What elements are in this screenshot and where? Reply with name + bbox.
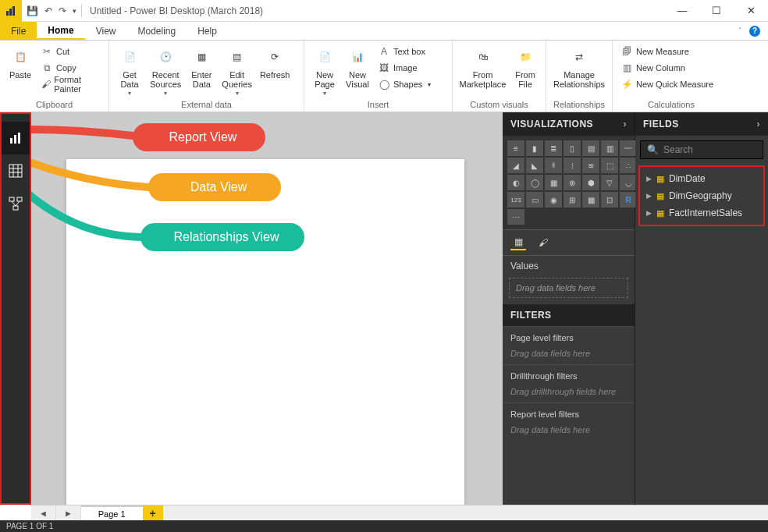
viz-filled-map[interactable]: ⬢ bbox=[582, 175, 599, 190]
undo-icon[interactable]: ↶ bbox=[44, 5, 52, 16]
search-icon: 🔍 bbox=[647, 144, 659, 155]
image-button[interactable]: 🖼Image bbox=[375, 60, 434, 76]
viz-clustered-bar[interactable]: ≣ bbox=[545, 140, 562, 156]
format-painter-button[interactable]: 🖌Format Painter bbox=[37, 76, 104, 92]
viz-multi-card[interactable]: ▭ bbox=[526, 192, 543, 207]
page-filters-drop[interactable]: Drag data fields here bbox=[503, 346, 635, 364]
viz-donut[interactable]: ◯ bbox=[526, 175, 543, 190]
table-factinternetsales[interactable]: ▶▦FactInternetSales bbox=[640, 204, 763, 222]
relationships-view-button[interactable] bbox=[2, 187, 30, 220]
new-column-button[interactable]: ▥New Column bbox=[617, 60, 716, 76]
report-canvas[interactable] bbox=[66, 159, 464, 505]
from-marketplace-button[interactable]: 🛍From Marketplace bbox=[457, 44, 508, 90]
table-dimdate[interactable]: ▶▦DimDate bbox=[640, 170, 763, 187]
from-file-button[interactable]: 📁From File bbox=[510, 44, 541, 90]
viz-funnel[interactable]: ▽ bbox=[601, 175, 618, 190]
viz-stacked-bar[interactable]: ≡ bbox=[507, 140, 524, 156]
viz-waterfall[interactable]: ⬚ bbox=[601, 158, 618, 173]
viz-clustered-column[interactable]: ▯ bbox=[564, 140, 581, 156]
new-quick-measure-button[interactable]: ⚡New Quick Measure bbox=[617, 76, 716, 92]
drillthrough-filters-drop[interactable]: Drag drillthrough fields here bbox=[503, 384, 635, 403]
fields-search[interactable]: 🔍 Search bbox=[640, 140, 763, 159]
recent-icon: 🕑 bbox=[154, 45, 177, 69]
svg-rect-1 bbox=[9, 9, 12, 16]
image-icon: 🖼 bbox=[378, 62, 390, 74]
file-tab[interactable]: File bbox=[0, 22, 37, 40]
tab-help[interactable]: Help bbox=[187, 22, 228, 40]
enter-data-button[interactable]: ▦Enter Data bbox=[186, 44, 217, 90]
viz-scatter[interactable]: ∴ bbox=[620, 158, 637, 173]
title-bar: 💾 ↶ ↷ ▾ Untitled - Power BI Desktop (Mar… bbox=[0, 0, 768, 22]
viz-card[interactable]: 123 bbox=[507, 192, 524, 207]
viz-area[interactable]: ◢ bbox=[507, 158, 524, 173]
viz-table[interactable]: ▦ bbox=[582, 192, 599, 207]
viz-gauge[interactable]: ◡ bbox=[620, 175, 637, 190]
tab-view[interactable]: View bbox=[85, 22, 127, 40]
paste-button[interactable]: 📋 Paste bbox=[5, 44, 36, 81]
help-icon[interactable]: ? bbox=[749, 26, 760, 37]
visualizations-header[interactable]: VISUALIZATIONS › bbox=[503, 112, 635, 136]
page-nav-next[interactable]: ► bbox=[56, 505, 81, 520]
redo-icon[interactable]: ↷ bbox=[59, 5, 66, 16]
table-dimgeography[interactable]: ▶▦DimGeography bbox=[640, 187, 763, 204]
save-icon[interactable]: 💾 bbox=[27, 5, 38, 16]
collapse-ribbon-icon[interactable]: ˆ bbox=[738, 27, 741, 36]
marketplace-icon: 🛍 bbox=[471, 45, 495, 69]
viz-treemap[interactable]: ▦ bbox=[545, 175, 562, 190]
viz-matrix[interactable]: ⊡ bbox=[601, 192, 618, 207]
cut-button[interactable]: ✂Cut bbox=[37, 44, 104, 59]
report-view-button[interactable] bbox=[2, 122, 30, 154]
brush-icon: 🖌 bbox=[41, 78, 51, 90]
viz-map[interactable]: ⊕ bbox=[564, 175, 581, 190]
page-filters-label: Page level filters bbox=[503, 326, 635, 346]
new-measure-button[interactable]: 🗐New Measure bbox=[617, 44, 716, 59]
group-label: Relationships bbox=[546, 98, 612, 112]
viz-format-tabs: ▦ 🖌 bbox=[503, 229, 635, 256]
new-page-button[interactable]: 📄New Page▾ bbox=[309, 44, 340, 98]
get-data-button[interactable]: 📄Get Data▾ bbox=[114, 44, 145, 98]
get-data-icon: 📄 bbox=[118, 45, 141, 69]
values-drop-zone[interactable]: Drag data fields here bbox=[509, 278, 628, 298]
fields-tab[interactable]: ▦ bbox=[510, 235, 526, 250]
tab-modeling[interactable]: Modeling bbox=[126, 22, 187, 40]
tab-home[interactable]: Home bbox=[37, 22, 84, 40]
qat-dropdown-icon[interactable]: ▾ bbox=[73, 7, 76, 15]
viz-100-bar[interactable]: ▤ bbox=[582, 140, 599, 156]
refresh-button[interactable]: ⟳Refresh bbox=[257, 44, 293, 81]
report-filters-drop[interactable]: Drag data fields here bbox=[503, 422, 635, 441]
manage-relationships-button[interactable]: ⇄Manage Relationships bbox=[551, 44, 607, 90]
filters-header: FILTERS bbox=[503, 304, 635, 326]
viz-100-column[interactable]: ▥ bbox=[601, 140, 618, 156]
format-tab[interactable]: 🖌 bbox=[535, 235, 551, 250]
viz-ribbon[interactable]: ≋ bbox=[582, 158, 599, 173]
shapes-button[interactable]: ◯Shapes▾ bbox=[375, 76, 434, 92]
group-label: Custom visuals bbox=[453, 98, 546, 112]
data-view-button[interactable] bbox=[2, 154, 30, 187]
viz-more[interactable]: ⋯ bbox=[507, 209, 524, 225]
edit-queries-button[interactable]: ▤Edit Queries▾ bbox=[219, 44, 255, 98]
window-title: Untitled - Power BI Desktop (March 2018) bbox=[82, 5, 665, 16]
viz-pie[interactable]: ◐ bbox=[507, 175, 524, 190]
copy-button[interactable]: ⧉Copy bbox=[37, 60, 104, 76]
minimize-button[interactable]: — bbox=[665, 0, 699, 22]
viz-r[interactable]: R bbox=[620, 192, 637, 207]
from-file-icon: 📁 bbox=[514, 45, 537, 69]
group-label: Clipboard bbox=[0, 98, 108, 112]
viz-stacked-column[interactable]: ▮ bbox=[526, 140, 543, 156]
page-tab-1[interactable]: Page 1 bbox=[81, 505, 143, 520]
add-page-button[interactable]: + bbox=[143, 505, 163, 520]
maximize-button[interactable]: ☐ bbox=[699, 0, 734, 22]
fields-header[interactable]: FIELDS › bbox=[635, 112, 768, 136]
viz-kpi[interactable]: ◉ bbox=[545, 192, 562, 207]
new-visual-button[interactable]: 📊New Visual bbox=[342, 44, 373, 90]
viz-line-column2[interactable]: ⫶ bbox=[564, 158, 581, 173]
recent-sources-button[interactable]: 🕑Recent Sources▾ bbox=[147, 44, 184, 98]
close-button[interactable]: ✕ bbox=[734, 0, 768, 22]
viz-slicer[interactable]: ⊞ bbox=[564, 192, 581, 207]
viz-stacked-area[interactable]: ◣ bbox=[526, 158, 543, 173]
viz-line[interactable]: 〰 bbox=[620, 140, 637, 156]
viz-line-column[interactable]: ⫵ bbox=[545, 158, 562, 173]
page-nav-prev[interactable]: ◄ bbox=[31, 505, 56, 520]
textbox-button[interactable]: AText box bbox=[375, 44, 434, 59]
svg-rect-5 bbox=[18, 133, 20, 144]
